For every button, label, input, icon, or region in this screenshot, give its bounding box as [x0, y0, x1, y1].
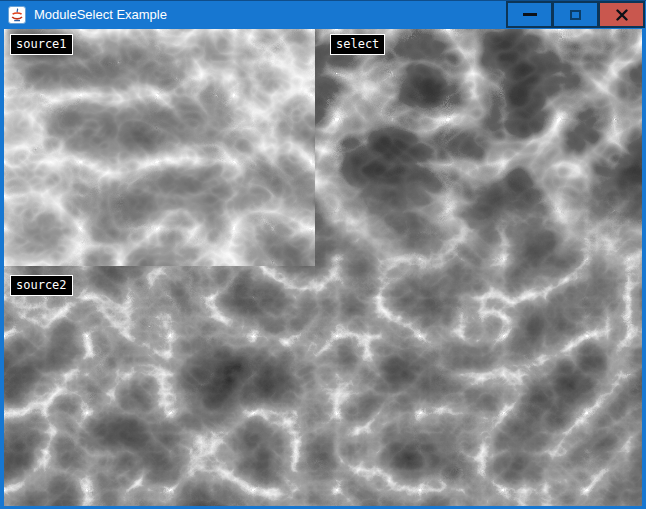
maximize-button[interactable]: [552, 1, 599, 28]
window-title: ModuleSelect Example: [34, 1, 167, 29]
app-window: ModuleSelect Example: [0, 0, 646, 509]
maximize-icon: [570, 10, 581, 20]
label-select: select: [330, 34, 385, 55]
label-source2: source2: [10, 275, 73, 296]
close-icon: [616, 9, 628, 21]
minimize-button[interactable]: [506, 1, 553, 28]
minimize-icon: [523, 13, 537, 16]
close-button[interactable]: [598, 1, 645, 28]
noise-render: [4, 29, 642, 506]
window-controls: [506, 1, 645, 29]
label-source1: source1: [10, 34, 73, 55]
texture-select-region: [315, 29, 642, 299]
noise-canvas: source1 select source2: [4, 29, 642, 506]
titlebar[interactable]: ModuleSelect Example: [0, 1, 646, 29]
texture-source1-region: [4, 29, 315, 266]
java-app-icon: [8, 6, 26, 24]
